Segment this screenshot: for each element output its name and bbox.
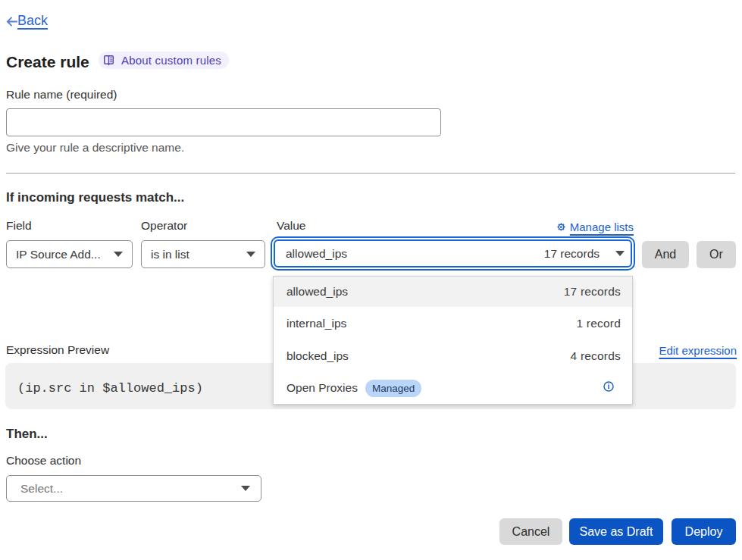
svg-text:i: i — [608, 383, 610, 391]
